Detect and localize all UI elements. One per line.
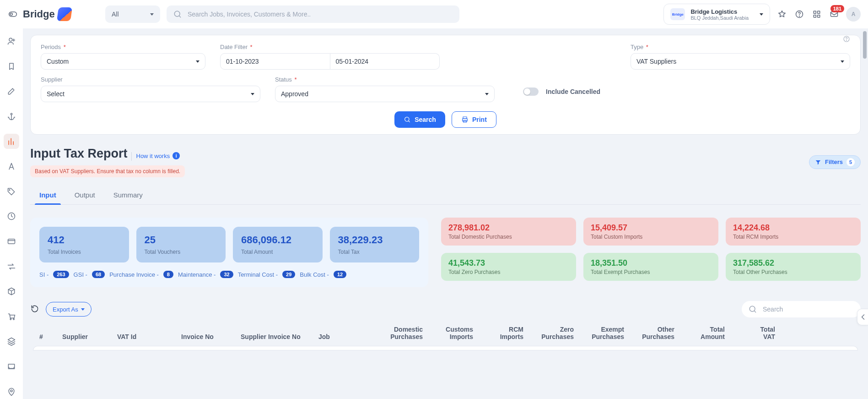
- global-search-input[interactable]: [187, 10, 453, 18]
- nav-anchor[interactable]: [4, 109, 19, 124]
- table-body: [33, 346, 858, 350]
- col-hash: #: [37, 333, 59, 340]
- svg-point-19: [846, 40, 847, 41]
- chevron-down-icon: [251, 93, 254, 95]
- export-button[interactable]: Export As: [46, 302, 92, 317]
- chevron-down-icon: [196, 60, 199, 63]
- svg-rect-14: [8, 239, 15, 244]
- col-total-amount: TotalAmount: [677, 326, 728, 340]
- table-header: # Supplier VAT Id Invoice No Supplier In…: [30, 317, 861, 346]
- filters-count: 5: [846, 158, 855, 166]
- supplier-select[interactable]: Select: [41, 86, 260, 102]
- col-vat: VAT Id: [114, 333, 178, 340]
- nav-edit[interactable]: [4, 84, 19, 99]
- nav-sync[interactable]: [4, 259, 19, 274]
- svg-rect-21: [463, 117, 467, 119]
- global-search[interactable]: [167, 5, 459, 23]
- summary-metrics: 412Total Invoices 25Total Vouchers 686,0…: [30, 218, 428, 287]
- help-icon[interactable]: [794, 9, 805, 20]
- star-icon[interactable]: [776, 9, 787, 20]
- nav-card[interactable]: [4, 234, 19, 249]
- nav-bookmark[interactable]: [4, 59, 19, 74]
- company-select[interactable]: Bridge Bridge Logistics BLQ Jeddah,Saudi…: [663, 4, 770, 25]
- filter-card: Periods * Custom Date Filter * 01-10-202…: [30, 35, 861, 135]
- svg-point-16: [13, 318, 15, 320]
- chevron-down-icon: [81, 308, 85, 311]
- col-job: Job: [316, 333, 375, 340]
- content: Periods * Custom Date Filter * 01-10-202…: [23, 28, 868, 399]
- nav-tag[interactable]: [4, 184, 19, 199]
- table-search-input[interactable]: [762, 305, 854, 313]
- type-label: Type: [631, 44, 643, 50]
- apps-icon[interactable]: [811, 9, 822, 20]
- nav-inbox[interactable]: [4, 359, 19, 374]
- search-icon: [173, 10, 182, 19]
- table-search[interactable]: [742, 301, 861, 317]
- periods-label: Periods: [41, 44, 61, 50]
- nav-text[interactable]: [4, 159, 19, 174]
- chevron-down-icon: [485, 93, 489, 95]
- app-logo[interactable]: Bridge: [23, 7, 71, 21]
- nav-layers[interactable]: [4, 334, 19, 349]
- status-select[interactable]: Approved: [275, 86, 495, 102]
- tile-zero: 41,543.73Total Zero Purchases: [441, 253, 576, 281]
- svg-rect-5: [814, 11, 816, 13]
- tile-exempt: 18,351.50Total Exempt Purchases: [583, 253, 718, 281]
- col-other: OtherPurchases: [627, 326, 677, 340]
- col-total-vat: TotalVAT: [728, 326, 778, 340]
- svg-point-17: [11, 390, 12, 392]
- user-avatar[interactable]: A: [846, 7, 861, 22]
- chevron-left-icon: [858, 312, 868, 322]
- help-icon[interactable]: [843, 35, 850, 44]
- tab-summary[interactable]: Summary: [104, 186, 152, 204]
- expand-panel-button[interactable]: [857, 309, 868, 325]
- left-sidebar: [0, 28, 23, 399]
- search-button[interactable]: Search: [394, 111, 445, 128]
- chevron-down-icon: [150, 13, 154, 16]
- svg-point-10: [9, 38, 12, 42]
- col-customs: CustomsImports: [426, 326, 476, 340]
- type-select[interactable]: VAT Suppliers: [631, 53, 850, 70]
- nav-location[interactable]: [4, 384, 19, 399]
- nav-cart[interactable]: [4, 309, 19, 324]
- stat-card-vouchers: 25Total Vouchers: [136, 227, 226, 262]
- col-exempt: ExemptPurchases: [577, 326, 627, 340]
- status-label: Status: [275, 76, 292, 83]
- info-icon: i: [173, 152, 180, 159]
- date-to-input[interactable]: 05-01-2024: [330, 53, 440, 70]
- svg-rect-23: [464, 120, 467, 122]
- mail-badge: 181: [830, 5, 844, 12]
- col-supplier: Supplier: [59, 333, 114, 340]
- chevron-down-icon: [760, 13, 763, 16]
- include-cancelled-toggle[interactable]: [523, 87, 539, 96]
- tab-output[interactable]: Output: [65, 186, 104, 204]
- search-icon: [748, 305, 757, 314]
- filters-pill[interactable]: Filters 5: [809, 155, 861, 169]
- nav-history[interactable]: [4, 209, 19, 224]
- nav-box[interactable]: [4, 284, 19, 299]
- how-it-works-link[interactable]: How it works i: [131, 152, 180, 161]
- company-name: Bridge Logistics: [690, 8, 749, 15]
- svg-point-4: [799, 16, 800, 16]
- counters: SI -263 GSI -68 Purchase Invoice -8 Main…: [39, 271, 419, 278]
- print-button[interactable]: Print: [452, 111, 496, 128]
- refresh-button[interactable]: [30, 304, 39, 315]
- tile-rcm: 14,224.68Total RCM Imports: [726, 218, 861, 246]
- mail-button[interactable]: 181: [829, 9, 840, 20]
- scope-select[interactable]: All: [105, 5, 160, 23]
- page-title: Input Tax Report: [30, 147, 128, 161]
- tile-other: 317,585.62Total Other Purchases: [726, 253, 861, 281]
- tab-input[interactable]: Input: [30, 186, 65, 204]
- periods-select[interactable]: Custom: [41, 53, 205, 70]
- chevron-down-icon: [841, 60, 844, 63]
- date-from-input[interactable]: 01-10-2023: [220, 53, 330, 70]
- svg-rect-6: [818, 11, 820, 13]
- warning-chip: Based on VAT Suppliers. Ensure that tax …: [30, 165, 185, 177]
- col-supplier-invoice: Supplier Invoice No: [238, 333, 316, 340]
- svg-point-15: [10, 318, 11, 320]
- sidebar-toggle-icon[interactable]: [7, 9, 18, 20]
- scrollbar[interactable]: [863, 28, 867, 399]
- scope-value: All: [112, 11, 119, 18]
- nav-reports[interactable]: [4, 134, 19, 149]
- nav-add-user[interactable]: [4, 34, 19, 49]
